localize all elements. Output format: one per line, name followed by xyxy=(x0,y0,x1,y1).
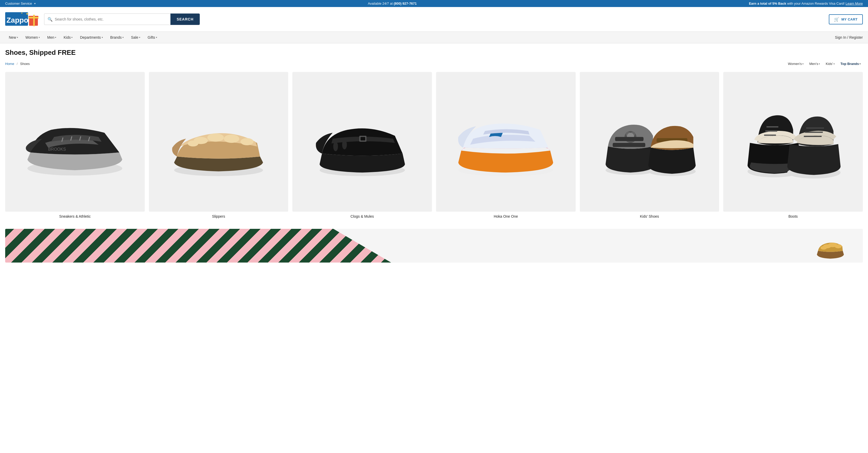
product-card-kids[interactable]: Kids' Shoes xyxy=(580,72,719,219)
signin-link[interactable]: Sign In / Register xyxy=(835,35,863,39)
logo-svg: Zappos .com ✦ ✦ xyxy=(5,10,39,28)
promo-right xyxy=(391,229,863,263)
search-area: 🔍 SEARCH xyxy=(44,13,200,25)
svg-point-18 xyxy=(224,135,239,143)
svg-rect-23 xyxy=(360,137,365,141)
filter-top-brands-chevron: ▾ xyxy=(860,63,861,65)
nav-label-kids: Kids xyxy=(64,35,70,39)
search-icon: 🔍 xyxy=(48,17,53,22)
nav-chevron-kids: ▾ xyxy=(71,36,73,39)
svg-point-47 xyxy=(835,244,842,248)
cart-label: MY CART xyxy=(841,18,858,21)
nav-label-brands: Brands xyxy=(110,35,122,39)
promo-banner[interactable] xyxy=(5,229,863,263)
sneaker-svg: BROOKS xyxy=(16,82,134,201)
filter-mens-chevron: ▾ xyxy=(819,63,820,65)
customer-service-chevron: ▾ xyxy=(34,2,35,5)
logo-area: Zappos .com ✦ ✦ xyxy=(5,10,39,28)
nav-chevron-gifts: ▾ xyxy=(156,36,157,39)
product-grid: BROOKS Sneakers & Athletic xyxy=(5,72,863,219)
clog-svg xyxy=(303,82,422,201)
product-card-hoka[interactable]: Hoka One One xyxy=(436,72,576,219)
nav-item-sale[interactable]: Sale ▾ xyxy=(127,32,144,43)
product-card-boots[interactable]: Boots xyxy=(723,72,863,219)
promo-shoe-svg xyxy=(813,235,847,263)
filter-mens-label: Men's xyxy=(809,62,818,66)
header: Zappos .com ✦ ✦ 🔍 SEARCH xyxy=(0,7,868,32)
nav-chevron-sale: ▾ xyxy=(139,36,141,39)
svg-point-25 xyxy=(342,140,347,150)
product-card-slippers[interactable]: Slippers xyxy=(149,72,288,219)
filter-kids-label: Kids' xyxy=(826,62,833,66)
product-label-sneakers: Sneakers & Athletic xyxy=(59,214,91,219)
nav-label-new: New xyxy=(9,35,16,39)
product-label-boots: Boots xyxy=(788,214,798,219)
nav-item-new[interactable]: New ▾ xyxy=(5,32,22,43)
nav-label-sale: Sale xyxy=(131,35,138,39)
product-label-slippers: Slippers xyxy=(212,214,225,219)
promo-learn-more[interactable]: Learn More xyxy=(846,2,863,5)
nav-item-departments[interactable]: Departments ▾ xyxy=(76,32,106,43)
customer-service-label: Customer Service xyxy=(5,2,32,5)
svg-point-20 xyxy=(188,141,198,146)
filter-womens[interactable]: Women's ▾ xyxy=(786,61,806,67)
boot-svg xyxy=(734,82,852,201)
nav-item-gifts[interactable]: Gifts ▾ xyxy=(144,32,161,43)
product-label-hoka: Hoka One One xyxy=(494,214,518,219)
filter-womens-label: Women's xyxy=(788,62,802,66)
customer-service-link[interactable]: Customer Service ▾ xyxy=(5,2,35,5)
promo-rest: with your Amazon Rewards Visa Card! xyxy=(787,2,845,5)
nav-chevron-women: ▾ xyxy=(39,36,40,39)
nav-chevron-men: ▾ xyxy=(55,36,56,39)
nav-label-departments: Departments xyxy=(80,35,101,39)
availability-text: Available 24/7 at xyxy=(368,2,393,5)
promo-message: Earn a total of 5% Back with your Amazon… xyxy=(749,2,863,5)
nav-chevron-new: ▾ xyxy=(17,36,18,39)
nav-item-women[interactable]: Women ▾ xyxy=(22,32,43,43)
product-card-clogs[interactable]: Clogs & Mules xyxy=(292,72,432,219)
breadcrumb-home[interactable]: Home xyxy=(5,62,14,66)
svg-rect-6 xyxy=(29,17,38,19)
promo-stripes xyxy=(5,229,391,263)
filter-mens[interactable]: Men's ▾ xyxy=(807,61,822,67)
product-label-clogs: Clogs & Mules xyxy=(350,214,374,219)
nav-chevron-brands: ▾ xyxy=(122,36,124,39)
svg-rect-33 xyxy=(615,137,644,141)
nav-item-brands[interactable]: Brands ▾ xyxy=(106,32,127,43)
cart-icon: 🛒 xyxy=(834,17,839,22)
search-input-wrap: 🔍 xyxy=(44,13,170,25)
nav-label-women: Women xyxy=(25,35,38,39)
svg-point-48 xyxy=(820,246,827,250)
filter-kids[interactable]: Kids' ▾ xyxy=(824,61,837,67)
filter-kids-chevron: ▾ xyxy=(834,63,835,65)
promo-bold: Earn a total of 5% Back xyxy=(749,2,786,5)
search-input[interactable] xyxy=(55,17,167,21)
svg-text:✦: ✦ xyxy=(21,12,23,15)
breadcrumb: Home / Shoes xyxy=(5,62,30,66)
nav-label-gifts: Gifts xyxy=(148,35,155,39)
product-image-kids xyxy=(580,72,719,212)
main-content: Shoes, Shipped FREE Home / Shoes Women's… xyxy=(0,44,868,268)
svg-point-19 xyxy=(241,138,253,145)
product-image-boots xyxy=(723,72,863,212)
product-card-sneakers[interactable]: BROOKS Sneakers & Athletic xyxy=(5,72,145,219)
nav-items: New ▾ Women ▾ Men ▾ Kids ▾ Departments ▾… xyxy=(5,32,835,43)
filter-top-brands[interactable]: Top Brands ▾ xyxy=(838,61,863,67)
nav-item-men[interactable]: Men ▾ xyxy=(43,32,60,43)
nav-label-men: Men xyxy=(47,35,54,39)
search-button[interactable]: SEARCH xyxy=(170,13,200,25)
nav-item-kids[interactable]: Kids ▾ xyxy=(60,32,76,43)
breadcrumb-bar: Home / Shoes Women's ▾ Men's ▾ Kids' ▾ T… xyxy=(5,61,863,67)
svg-point-17 xyxy=(207,134,224,142)
svg-text:BROOKS: BROOKS xyxy=(48,147,66,151)
main-nav: New ▾ Women ▾ Men ▾ Kids ▾ Departments ▾… xyxy=(0,32,868,44)
product-image-sneakers: BROOKS xyxy=(5,72,145,212)
product-image-clogs xyxy=(292,72,432,212)
logo[interactable]: Zappos .com ✦ ✦ xyxy=(5,10,39,28)
svg-point-24 xyxy=(333,142,338,151)
svg-text:✦: ✦ xyxy=(25,12,29,16)
top-bar: Customer Service ▾ Available 24/7 at (80… xyxy=(0,0,868,7)
product-label-kids: Kids' Shoes xyxy=(640,214,659,219)
cart-button[interactable]: 🛒 MY CART xyxy=(829,14,863,24)
filter-top-brands-label: Top Brands xyxy=(840,62,859,66)
